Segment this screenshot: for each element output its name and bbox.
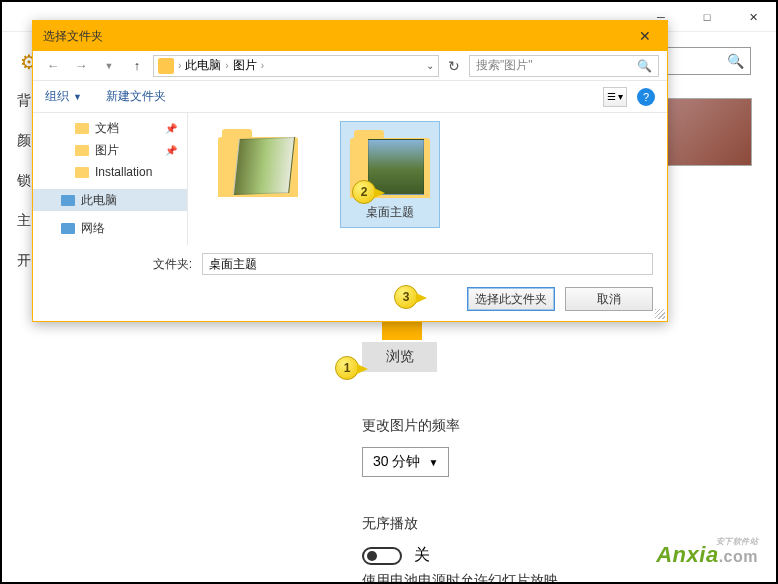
- folder-picker-dialog: 选择文件夹 ✕ ← → ▼ ↑ › 此电脑 › 图片 › ⌄ ↻ 搜索"图片" …: [32, 20, 668, 322]
- freq-select[interactable]: 30 分钟▼: [362, 447, 449, 477]
- breadcrumb-item[interactable]: 此电脑: [185, 57, 221, 74]
- freq-label: 更改图片的频率: [362, 417, 662, 435]
- search-icon: 🔍: [637, 59, 652, 73]
- nav-back-button[interactable]: ←: [41, 55, 65, 77]
- freq-value: 30 分钟: [373, 453, 420, 471]
- network-icon: [61, 223, 75, 234]
- callout-2: 2: [352, 180, 376, 204]
- nav-tree: 文档📌 图片📌 Installation 此电脑 网络: [33, 113, 188, 245]
- browse-button[interactable]: 浏览: [362, 342, 437, 372]
- folder-icon: [75, 123, 89, 134]
- refresh-button[interactable]: ↻: [443, 55, 465, 77]
- dialog-close-button[interactable]: ✕: [623, 21, 667, 51]
- dialog-toolbar: 组织▼ 新建文件夹 ☰ ▾ ?: [33, 81, 667, 113]
- callout-3: 3: [394, 285, 418, 309]
- help-button[interactable]: ?: [637, 88, 655, 106]
- maximize-button[interactable]: □: [684, 2, 730, 32]
- callout-1: 1: [335, 356, 359, 380]
- dialog-bottom: 文件夹: 选择此文件夹 取消: [33, 245, 667, 323]
- resize-handle[interactable]: [655, 309, 665, 319]
- close-button[interactable]: ✕: [730, 2, 776, 32]
- breadcrumb-item[interactable]: 图片: [233, 57, 257, 74]
- dialog-search-input[interactable]: 搜索"图片" 🔍: [469, 55, 659, 77]
- new-folder-button[interactable]: 新建文件夹: [106, 88, 166, 105]
- bg-preview-thumb: [662, 98, 752, 166]
- dialog-titlebar: 选择文件夹 ✕: [33, 21, 667, 51]
- shuffle-toggle[interactable]: [362, 547, 402, 565]
- chevron-down-icon: ▼: [428, 457, 438, 468]
- folder-icon: [218, 127, 298, 197]
- folder-name: 桌面主题: [347, 204, 433, 221]
- folder-icon: [75, 145, 89, 156]
- bg-search-input[interactable]: 🔍: [666, 47, 751, 75]
- shuffle-toggle-row: 关: [362, 545, 662, 566]
- bg-content: 浏览 更改图片的频率 30 分钟▼ 无序播放 关: [362, 342, 662, 566]
- folder-item-selected[interactable]: 桌面主题: [340, 121, 440, 228]
- shuffle-label: 无序播放: [362, 515, 662, 533]
- folder-item[interactable]: [208, 121, 308, 209]
- breadcrumb-sep: ›: [225, 60, 228, 71]
- search-icon: 🔍: [727, 53, 744, 69]
- pin-icon: 📌: [165, 123, 177, 134]
- search-placeholder: 搜索"图片": [476, 57, 533, 74]
- dialog-nav: ← → ▼ ↑ › 此电脑 › 图片 › ⌄ ↻ 搜索"图片" 🔍: [33, 51, 667, 81]
- dialog-title: 选择文件夹: [43, 28, 103, 45]
- folder-name-input[interactable]: [202, 253, 653, 275]
- tree-item-installation[interactable]: Installation: [33, 161, 187, 183]
- cancel-button[interactable]: 取消: [565, 287, 653, 311]
- nav-forward-button: →: [69, 55, 93, 77]
- tree-item-network[interactable]: 网络: [33, 217, 187, 239]
- pc-icon: [158, 58, 174, 74]
- watermark: 安下软件站 Anxia.com: [656, 542, 758, 568]
- pin-icon: 📌: [165, 145, 177, 156]
- nav-up-button[interactable]: ↑: [125, 55, 149, 77]
- chevron-down-icon[interactable]: ⌄: [426, 60, 434, 71]
- organize-menu[interactable]: 组织▼: [45, 88, 82, 105]
- tree-item-pictures[interactable]: 图片📌: [33, 139, 187, 161]
- nav-recent-button[interactable]: ▼: [97, 55, 121, 77]
- chevron-down-icon: ▼: [73, 92, 82, 102]
- tree-item-thispc[interactable]: 此电脑: [33, 189, 187, 211]
- bg-orange-swatch: [382, 320, 422, 340]
- view-options-button[interactable]: ☰ ▾: [603, 87, 627, 107]
- tree-item-documents[interactable]: 文档📌: [33, 117, 187, 139]
- breadcrumb-sep: ›: [178, 60, 181, 71]
- file-area: 桌面主题: [188, 113, 667, 245]
- pc-icon: [61, 195, 75, 206]
- dialog-body: 文档📌 图片📌 Installation 此电脑 网络 桌面主题: [33, 113, 667, 245]
- folder-label: 文件夹:: [47, 256, 192, 273]
- bg-cutoff-text: 使用电池电源时允许幻灯片放映: [362, 572, 558, 584]
- folder-icon: [75, 167, 89, 178]
- shuffle-state: 关: [414, 545, 430, 566]
- breadcrumb[interactable]: › 此电脑 › 图片 › ⌄: [153, 55, 439, 77]
- select-folder-button[interactable]: 选择此文件夹: [467, 287, 555, 311]
- breadcrumb-sep: ›: [261, 60, 264, 71]
